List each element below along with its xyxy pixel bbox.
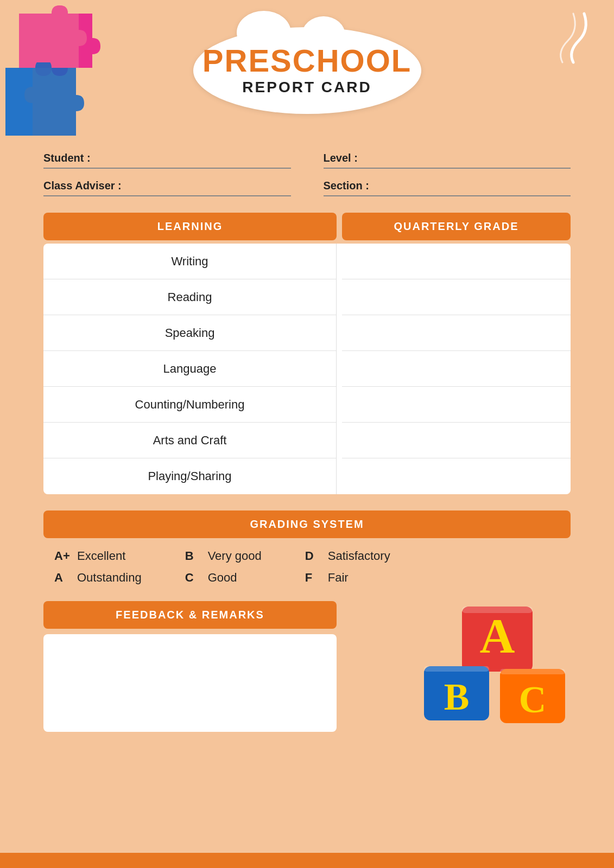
squiggle-icon — [530, 8, 595, 68]
grade-row-reading — [342, 279, 571, 315]
main-content: Student : Level : Class Adviser : Sectio… — [43, 152, 571, 732]
svg-text:A: A — [480, 609, 515, 663]
grade-letter-b: B — [185, 549, 201, 563]
title-area: PRESCHOOL REPORT CARD — [172, 27, 443, 114]
blue-puzzle-icon — [0, 62, 84, 141]
cloud-background: PRESCHOOL REPORT CARD — [193, 27, 421, 114]
grade-item-d: D Satisfactory — [305, 549, 390, 563]
svg-text:B: B — [444, 676, 470, 718]
section-group: Section : — [324, 180, 571, 196]
grade-item-a: A Outstanding — [54, 571, 142, 585]
grade-desc-d: Satisfactory — [328, 549, 390, 563]
level-label: Level : — [324, 152, 571, 164]
section-line — [324, 195, 571, 196]
grade-row-playing — [342, 458, 571, 494]
subject-arts: Arts and Craft — [54, 433, 325, 448]
report-card-subtitle: REPORT CARD — [242, 79, 371, 96]
grade-desc-f: Fair — [328, 571, 349, 585]
table-header-row: LEARNING QUARTERLY GRADE — [43, 213, 571, 240]
table-row: Arts and Craft — [43, 423, 336, 458]
abc-blocks-area: A B C — [347, 601, 571, 731]
puzzle-decoration — [0, 0, 119, 152]
section-label: Section : — [324, 180, 571, 192]
grade-column-3: D Satisfactory F Fair — [305, 549, 390, 585]
grading-header: GRADING SYSTEM — [43, 510, 571, 538]
grading-grid: A+ Excellent A Outstanding B Very good C… — [43, 549, 571, 585]
table-row: Writing — [43, 244, 336, 279]
student-name-line — [43, 168, 291, 169]
grade-desc-a: Outstanding — [77, 571, 142, 585]
subject-language: Language — [54, 362, 325, 376]
adviser-info-section: Class Adviser : Section : — [43, 180, 571, 196]
feedback-left: FEEDBACK & REMARKS — [43, 601, 337, 732]
abc-blocks-icon: A B C — [419, 601, 571, 726]
adviser-label: Class Adviser : — [43, 180, 291, 192]
subject-playing: Playing/Sharing — [54, 469, 325, 483]
grade-item-b: B Very good — [185, 549, 262, 563]
svg-rect-8 — [500, 669, 565, 674]
preschool-title: PRESCHOOL — [202, 45, 412, 76]
grading-section: GRADING SYSTEM A+ Excellent A Outstandin… — [43, 510, 571, 585]
grade-letter-d: D — [305, 549, 321, 563]
grade-letter-f: F — [305, 571, 321, 585]
student-info-section: Student : Level : — [43, 152, 571, 169]
learning-header: LEARNING — [43, 213, 337, 240]
table-row: Playing/Sharing — [43, 458, 336, 494]
adviser-group: Class Adviser : — [43, 180, 291, 196]
grade-desc-b: Very good — [208, 549, 262, 563]
subject-speaking: Speaking — [54, 326, 325, 340]
grade-item-aplus: A+ Excellent — [54, 549, 142, 563]
grade-row-language — [342, 351, 571, 387]
grade-item-c: C Good — [185, 571, 262, 585]
level-line — [324, 168, 571, 169]
subject-writing: Writing — [54, 254, 325, 269]
svg-text:C: C — [519, 679, 547, 720]
svg-rect-7 — [424, 666, 489, 672]
grade-row-speaking — [342, 315, 571, 351]
quarterly-header: QUARTERLY GRADE — [342, 213, 571, 240]
level-group: Level : — [324, 152, 571, 169]
bottom-bar — [0, 853, 614, 868]
grade-letter-c: C — [185, 571, 201, 585]
grade-desc-aplus: Excellent — [77, 549, 125, 563]
grade-column-1: A+ Excellent A Outstanding — [54, 549, 142, 585]
adviser-line — [43, 195, 291, 196]
table-body: Writing Reading Speaking Language Counti… — [43, 244, 571, 494]
grade-column — [342, 244, 571, 494]
grade-row-arts — [342, 423, 571, 458]
learning-table-section: LEARNING QUARTERLY GRADE Writing Reading… — [43, 213, 571, 494]
subject-reading: Reading — [54, 290, 325, 304]
subject-counting: Counting/Numbering — [54, 398, 325, 412]
grade-letter-a: A — [54, 571, 71, 585]
grade-letter-aplus: A+ — [54, 549, 71, 563]
grade-row-counting — [342, 387, 571, 423]
table-row: Speaking — [43, 315, 336, 351]
table-row: Language — [43, 351, 336, 387]
grade-column-2: B Very good C Good — [185, 549, 262, 585]
feedback-box[interactable] — [43, 634, 337, 732]
feedback-header: FEEDBACK & REMARKS — [43, 601, 337, 629]
table-row: Counting/Numbering — [43, 387, 336, 423]
learning-column: Writing Reading Speaking Language Counti… — [43, 244, 337, 494]
grade-item-f: F Fair — [305, 571, 390, 585]
table-row: Reading — [43, 279, 336, 315]
student-label: Student : — [43, 152, 291, 164]
student-name-group: Student : — [43, 152, 291, 169]
squiggle-decoration — [530, 8, 595, 70]
feedback-section: FEEDBACK & REMARKS A B C — [43, 601, 571, 732]
grade-row-writing — [342, 244, 571, 279]
svg-rect-6 — [462, 607, 533, 613]
grade-desc-c: Good — [208, 571, 237, 585]
